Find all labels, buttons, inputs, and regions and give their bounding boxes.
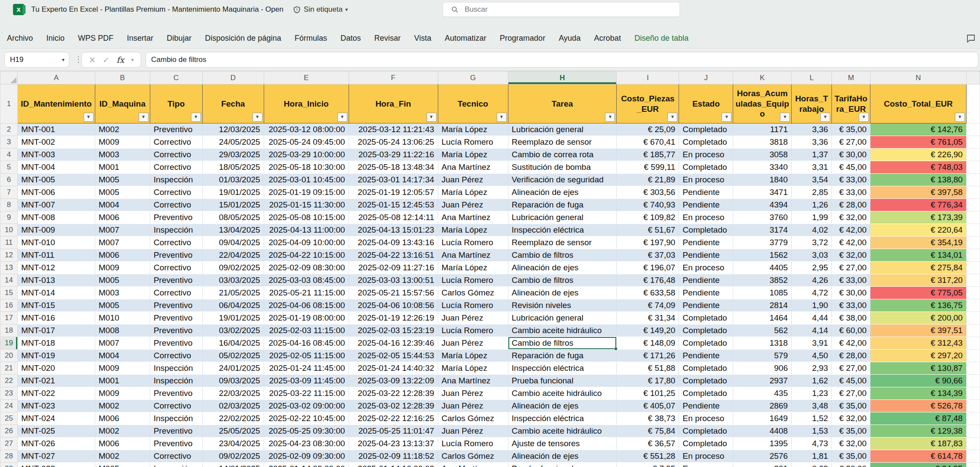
empty-cell[interactable] xyxy=(966,249,980,262)
cell-B7[interactable]: M005 xyxy=(95,186,150,199)
cell-E14[interactable]: 2025-03-03 08:45:00 xyxy=(264,274,349,287)
filter-button-inicio[interactable]: ▼ xyxy=(337,113,347,122)
cell-I29[interactable]: € 7,95 xyxy=(617,463,679,467)
cell-J8[interactable]: Pendiente xyxy=(679,199,733,211)
cell-N14[interactable]: € 317,20 xyxy=(870,274,967,287)
cell-J5[interactable]: Completado xyxy=(679,161,733,174)
cell-A19[interactable]: MNT-018 xyxy=(17,337,95,350)
cell-A17[interactable]: MNT-016 xyxy=(17,312,95,324)
empty-cell[interactable] xyxy=(966,136,980,149)
cell-K14[interactable]: 3852 xyxy=(733,274,792,287)
active-cell[interactable]: Cambio de filtros xyxy=(508,337,617,350)
row-header-22[interactable]: 22 xyxy=(0,375,18,387)
cell-E4[interactable]: 2025-03-29 10:00:00 xyxy=(264,149,349,161)
column-header-N[interactable]: N xyxy=(870,71,967,84)
cell-M10[interactable]: € 42,00 xyxy=(832,224,870,237)
cell-B19[interactable]: M007 xyxy=(95,337,150,350)
cell-E16[interactable]: 2025-04-06 08:15:00 xyxy=(264,299,349,312)
cell-G3[interactable]: Lucía Romero xyxy=(438,136,508,149)
cell-L26[interactable]: 1,53 xyxy=(792,425,832,438)
row-header-23[interactable]: 23 xyxy=(0,387,18,400)
cell-I28[interactable]: € 551,28 xyxy=(617,450,679,463)
cell-C29[interactable]: Inspección xyxy=(150,463,202,467)
cell-J16[interactable]: Pendiente xyxy=(679,299,733,312)
tab-programador[interactable]: Programador xyxy=(500,34,545,43)
cell-C11[interactable]: Correctivo xyxy=(150,237,202,249)
cell-C4[interactable]: Correctivo xyxy=(150,149,202,161)
cell-J2[interactable]: Completado xyxy=(679,123,733,136)
cell-A24[interactable]: MNT-023 xyxy=(17,400,95,412)
row-header-7[interactable]: 7 xyxy=(0,186,18,199)
cell-K12[interactable]: 1562 xyxy=(733,249,792,262)
cell-K15[interactable]: 1085 xyxy=(733,287,792,299)
cell-G25[interactable]: Carlos Gómez xyxy=(438,412,508,425)
cell-D7[interactable]: 19/01/2025 xyxy=(202,186,264,199)
cell-B22[interactable]: M001 xyxy=(95,375,150,387)
cell-H12[interactable]: Cambio de filtros xyxy=(508,249,617,262)
cell-H18[interactable]: Cambio aceite hidráulico xyxy=(508,324,617,337)
cell-I22[interactable]: € 17,80 xyxy=(617,375,679,387)
cell-J18[interactable]: Completado xyxy=(679,324,733,337)
cell-L21[interactable]: 2,93 xyxy=(792,362,832,375)
cell-K10[interactable]: 3174 xyxy=(733,224,792,237)
cell-J25[interactable]: En proceso xyxy=(679,412,733,425)
cell-D25[interactable]: 22/02/2025 xyxy=(202,412,264,425)
cell-D23[interactable]: 22/03/2025 xyxy=(202,387,264,400)
cell-J3[interactable]: Completado xyxy=(679,136,733,149)
cell-K9[interactable]: 3760 xyxy=(733,211,792,224)
cell-G10[interactable]: María López xyxy=(438,224,508,237)
cell-I16[interactable]: € 74,09 xyxy=(617,299,679,312)
row-header-12[interactable]: 12 xyxy=(0,249,18,262)
cell-E6[interactable]: 2025-03-01 10:45:00 xyxy=(264,174,349,186)
cell-C13[interactable]: Correctivo xyxy=(150,262,202,274)
cell-A29[interactable]: MNT-028 xyxy=(17,463,95,467)
cell-H2[interactable]: Lubricación general xyxy=(508,123,617,136)
empty-cell[interactable] xyxy=(966,287,980,299)
cell-M21[interactable]: € 27,00 xyxy=(832,362,870,375)
row-header-6[interactable]: 6 xyxy=(0,174,18,186)
cell-K19[interactable]: 1318 xyxy=(733,337,792,350)
cell-A18[interactable]: MNT-017 xyxy=(17,324,95,337)
row-header-1[interactable]: 1 xyxy=(0,84,18,123)
cell-J10[interactable]: Completado xyxy=(679,224,733,237)
cell-K18[interactable]: 562 xyxy=(733,324,792,337)
cell-B20[interactable]: M004 xyxy=(95,350,150,362)
cell-K25[interactable]: 1649 xyxy=(733,412,792,425)
empty-cell[interactable] xyxy=(966,211,980,224)
cell-J9[interactable]: En proceso xyxy=(679,211,733,224)
cell-E24[interactable]: 2025-03-02 09:00:00 xyxy=(264,400,349,412)
cell-M12[interactable]: € 32,00 xyxy=(832,249,870,262)
cell-F16[interactable]: 2025-04-06 10:08:56 xyxy=(349,299,438,312)
select-all-corner[interactable] xyxy=(0,71,18,84)
cell-L23[interactable]: 1,23 xyxy=(792,387,832,400)
cell-L15[interactable]: 4,72 xyxy=(792,287,832,299)
cell-D3[interactable]: 24/05/2025 xyxy=(202,136,264,149)
cell-J26[interactable]: Completado xyxy=(679,425,733,438)
cell-N2[interactable]: € 142,76 xyxy=(870,123,967,136)
filter-button-fin[interactable]: ▼ xyxy=(427,113,437,122)
cell-M7[interactable]: € 33,00 xyxy=(832,186,870,199)
row-header-4[interactable]: 4 xyxy=(0,149,18,161)
cell-F11[interactable]: 2025-04-09 13:43:16 xyxy=(349,237,438,249)
cell-M4[interactable]: € 30,00 xyxy=(832,149,870,161)
cell-J17[interactable]: Completado xyxy=(679,312,733,324)
cell-L8[interactable]: 1,26 xyxy=(792,199,832,211)
cell-D29[interactable]: 14/01/2025 xyxy=(202,463,264,467)
cell-G16[interactable]: Lucía Romero xyxy=(438,299,508,312)
cell-N9[interactable]: € 173,39 xyxy=(870,211,967,224)
cell-N3[interactable]: € 761,05 xyxy=(870,136,967,149)
cell-D19[interactable]: 16/04/2025 xyxy=(202,337,264,350)
empty-cell[interactable] xyxy=(966,438,980,450)
cell-E18[interactable]: 2025-02-03 11:15:00 xyxy=(264,324,349,337)
cell-D16[interactable]: 06/04/2025 xyxy=(202,299,264,312)
cell-G18[interactable]: Lucía Romero xyxy=(438,324,508,337)
cell-G19[interactable]: Juan Pérez xyxy=(438,337,508,350)
cell-E20[interactable]: 2025-02-05 11:15:00 xyxy=(264,350,349,362)
cell-G27[interactable]: Lucía Romero xyxy=(438,438,508,450)
cell-A2[interactable]: MNT-001 xyxy=(17,123,95,136)
empty-cell[interactable] xyxy=(966,362,980,375)
cell-A3[interactable]: MNT-002 xyxy=(17,136,95,149)
row-header-8[interactable]: 8 xyxy=(0,199,18,211)
cell-C9[interactable]: Preventivo xyxy=(150,211,202,224)
empty-cell[interactable] xyxy=(966,324,980,337)
